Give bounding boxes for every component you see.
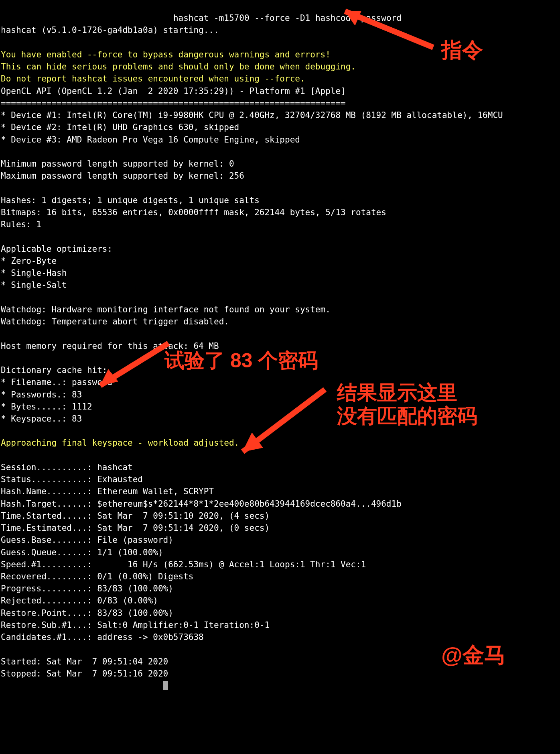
hostmem-line: Host memory required for this attack: 64… [1, 341, 219, 351]
status-line: Session..........: hashcat [1, 463, 133, 472]
watchdog-line: Watchdog: Temperature abort trigger disa… [1, 317, 229, 326]
status-line: Progress.........: 83/83 (100.00%) [1, 584, 173, 593]
annotation-passwords: 试验了 83 个密码 [164, 349, 318, 373]
svg-marker-5 [243, 433, 263, 452]
device-line: * Device #1: Intel(R) Core(TM) i9-9980HK… [1, 110, 503, 120]
stopped-line: Stopped: Sat Mar 7 09:51:16 2020 [1, 669, 168, 679]
started-line: Started: Sat Mar 7 09:51:04 2020 [1, 657, 168, 666]
approach-line: Approaching final keyspace - workload ad… [1, 438, 239, 448]
status-line: Hash.Name........: Ethereum Wallet, SCRY… [1, 487, 214, 496]
bitmaps-line: Bitmaps: 16 bits, 65536 entries, 0x0000f… [1, 208, 386, 217]
optimizers-header: Applicable optimizers: [1, 244, 112, 254]
cursor [1, 681, 168, 691]
status-line: Status...........: Exhausted [1, 475, 143, 484]
optimizer-item: * Single-Salt [1, 280, 67, 290]
status-line: Restore.Point....: 83/83 (100.00%) [1, 608, 173, 618]
optimizer-item: * Single-Hash [1, 268, 67, 278]
status-line: Hash.Target......: $ethereum$s*262144*8*… [1, 499, 402, 509]
status-line: Time.Estimated...: Sat Mar 7 09:51:14 20… [1, 523, 270, 533]
dict-line: * Keyspace..: 83 [1, 414, 82, 424]
rules-line: Rules: 1 [1, 220, 41, 229]
warn-line: You have enabled --force to bypass dange… [1, 50, 331, 59]
warn-line: Do not report hashcat issues encountered… [1, 74, 305, 84]
terminal-output: hashcat -m15700 --force -D1 hashcode pas… [0, 0, 560, 754]
status-line: Speed.#1.........: 16 H/s (662.53ms) @ A… [1, 560, 366, 569]
annotation-signature: @金马 [441, 642, 506, 667]
starting-line: hashcat (v5.1.0-1726-ga4db1a0a) starting… [1, 25, 219, 35]
status-line: Guess.Queue......: 1/1 (100.00%) [1, 548, 163, 557]
status-line: Rejected.........: 0/83 (0.00%) [1, 596, 158, 605]
device-line: * Device #3: AMD Radeon Pro Vega 16 Comp… [1, 135, 300, 145]
command-line: hashcat -m15700 --force -D1 hashcode pas… [173, 13, 402, 23]
prompt-redacted [1, 13, 173, 23]
dict-header: Dictionary cache hit: [1, 365, 108, 375]
device-line: * Device #2: Intel(R) UHD Graphics 630, … [1, 122, 239, 132]
opencl-line: OpenCL API (OpenCL 1.2 (Jan 2 2020 17:35… [1, 86, 346, 96]
status-line: Candidates.#1....: address -> 0x0b573638 [1, 632, 204, 642]
annotation-result: 结果显示这里 没有匹配的密码 [337, 381, 477, 428]
svg-line-4 [243, 389, 325, 452]
status-line: Restore.Sub.#1...: Salt:0 Amplifier:0-1 … [1, 620, 270, 630]
max-len-line: Maximum password length supported by ker… [1, 171, 244, 181]
status-line: Time.Started.....: Sat Mar 7 09:51:10 20… [1, 511, 270, 521]
status-line: Recovered........: 0/1 (0.00%) Digests [1, 572, 193, 581]
min-len-line: Minimum password length supported by ker… [1, 159, 234, 169]
optimizer-item: * Zero-Byte [1, 256, 57, 266]
watchdog-line: Watchdog: Hardware monitoring interface … [1, 305, 331, 314]
annotation-cmd: 指令 [441, 38, 483, 62]
dict-line: * Filename..: password [1, 377, 112, 387]
hashes-line: Hashes: 1 digests; 1 unique digests, 1 u… [1, 196, 260, 205]
status-line: Guess.Base.......: File (password) [1, 535, 173, 545]
dict-line: * Bytes.....: 1112 [1, 402, 92, 412]
arrow-icon [233, 385, 333, 458]
dict-line: * Passwords.: 83 [1, 390, 82, 399]
separator: ========================================… [1, 98, 346, 108]
warn-line: This can hide serious problems and shoul… [1, 62, 356, 71]
